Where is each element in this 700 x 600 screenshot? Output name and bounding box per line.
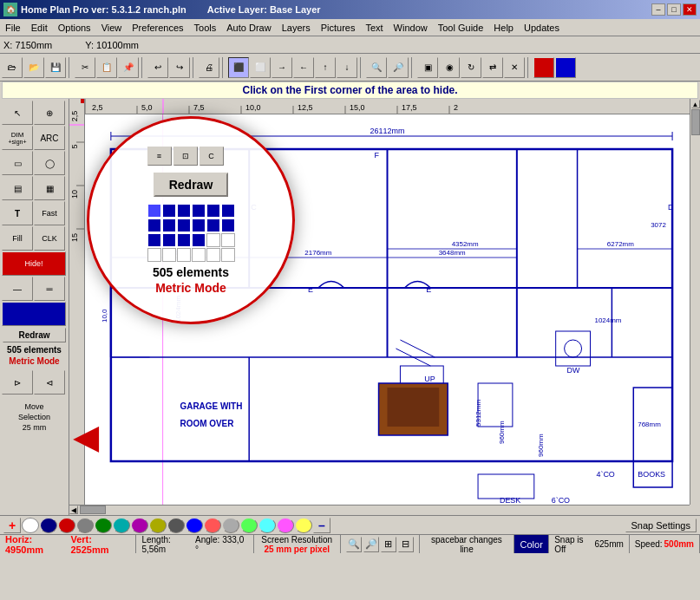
scroll-thumb-v[interactable] <box>691 109 700 135</box>
color-dot-white[interactable] <box>22 518 39 533</box>
lt-arc-tool[interactable]: ARC <box>34 126 65 150</box>
color-dot-3[interactable] <box>76 518 94 533</box>
scroll-left[interactable]: ◀ <box>69 505 78 514</box>
color-dot-15[interactable] <box>295 518 312 533</box>
popup-redraw-button[interactable]: Redraw <box>154 173 229 197</box>
tb-undo[interactable]: ↩ <box>147 57 168 78</box>
color-dot-1[interactable] <box>40 518 57 533</box>
tb-arrow-right[interactable]: → <box>271 57 292 78</box>
scrollbar-right[interactable]: ▲ <box>690 99 700 505</box>
color-cell-23[interactable] <box>206 248 220 262</box>
color-cell-13[interactable] <box>147 233 161 247</box>
lt-select-tool[interactable]: ↖ <box>2 101 33 125</box>
bt-remove[interactable]: – <box>313 518 330 533</box>
tb-snap1[interactable]: ▣ <box>417 57 438 78</box>
lt-fill-tool[interactable]: Fill <box>2 226 33 251</box>
scroll-thumb-h[interactable] <box>80 505 106 514</box>
color-cell-18[interactable] <box>221 233 235 247</box>
scroll-up[interactable]: ▲ <box>691 100 700 108</box>
lt-circle-tool[interactable]: ◯ <box>34 151 65 175</box>
color-cell-24[interactable] <box>221 248 235 262</box>
color-cell-10[interactable] <box>192 218 206 232</box>
tb-save[interactable]: 💾 <box>45 57 66 78</box>
color-cell-5[interactable] <box>206 204 220 218</box>
minimize-button[interactable]: – <box>651 3 665 16</box>
color-dot-8[interactable] <box>167 518 185 533</box>
tb-zoom-out[interactable]: 🔎 <box>388 57 409 78</box>
tb-rotate[interactable]: ↻ <box>461 57 481 78</box>
menu-updates[interactable]: Updates <box>519 21 565 35</box>
color-cell-4[interactable] <box>192 204 206 218</box>
color-cell-22[interactable] <box>192 248 206 262</box>
tb-arrow-left[interactable]: ← <box>293 57 314 78</box>
color-dot-13[interactable] <box>258 518 276 533</box>
lt-shape-tool[interactable]: CLK <box>34 226 65 251</box>
tb-zoom-in[interactable]: 🔍 <box>366 57 387 78</box>
tb-color2[interactable] <box>555 57 576 78</box>
color-dot-2[interactable] <box>58 518 75 533</box>
popup-btn2[interactable]: ⊡ <box>173 147 198 166</box>
color-dot-7[interactable] <box>149 518 167 533</box>
snap-settings-button[interactable]: Snap Settings <box>625 518 697 532</box>
popup-btn1[interactable]: ≡ <box>147 147 172 166</box>
lt-zoom-tool[interactable]: ⊕ <box>34 101 65 125</box>
color-cell-16[interactable] <box>192 233 206 247</box>
tb-arrow-down[interactable]: ↓ <box>337 57 357 78</box>
tb-color1[interactable] <box>533 57 554 78</box>
lt-rect-tool[interactable]: ▭ <box>2 151 33 175</box>
menu-file[interactable]: File <box>0 21 26 35</box>
lt-line-tool[interactable]: — <box>2 277 33 301</box>
color-dot-4[interactable] <box>95 518 112 533</box>
menu-window[interactable]: Window <box>389 21 433 35</box>
zoom-in-btn[interactable]: 🔍 <box>346 537 362 552</box>
zoom-out-btn[interactable]: 🔎 <box>363 537 379 552</box>
lt-dim-tool[interactable]: DIM+sign+ <box>2 126 33 150</box>
color-cell-11[interactable] <box>206 218 220 232</box>
color-cell-15[interactable] <box>177 233 191 247</box>
color-dot-9[interactable] <box>186 518 203 533</box>
menu-auto-draw[interactable]: Auto Draw <box>221 21 276 35</box>
zoom-prev-btn[interactable]: ⊟ <box>398 537 414 552</box>
tb-copy[interactable]: 📋 <box>96 57 117 78</box>
color-cell-9[interactable] <box>177 218 191 232</box>
canvas-area[interactable]: 2,5 5,0 7,5 10,0 12,5 15,0 17,5 2 <box>69 99 700 515</box>
tb-zoom2[interactable]: ⬜ <box>250 57 271 78</box>
color-cell-17[interactable] <box>206 233 220 247</box>
menu-text[interactable]: Text <box>360 21 388 35</box>
tb-zoom-select[interactable]: ⬛ <box>228 57 249 78</box>
color-dot-14[interactable] <box>277 518 294 533</box>
lt-wall-tool[interactable]: ▤ <box>2 176 33 200</box>
tb-arrow-up[interactable]: ↑ <box>315 57 336 78</box>
lt-text-tool[interactable]: T <box>2 201 33 225</box>
color-dot-11[interactable] <box>222 518 239 533</box>
menu-options[interactable]: Options <box>53 21 96 35</box>
tb-cut[interactable]: ✂ <box>75 57 95 78</box>
bt-add[interactable]: + <box>3 518 21 533</box>
tb-delete[interactable]: ✕ <box>504 57 525 78</box>
maximize-button[interactable]: □ <box>667 3 681 16</box>
menu-edit[interactable]: Edit <box>26 21 53 35</box>
menu-layers[interactable]: Layers <box>277 21 316 35</box>
color-cell-19[interactable] <box>147 248 161 262</box>
scrollbar-bottom[interactable]: ◀ <box>69 505 690 515</box>
color-cell-2[interactable] <box>162 204 176 218</box>
color-cell-3[interactable] <box>177 204 191 218</box>
color-cell-6[interactable] <box>221 204 235 218</box>
color-cell-12[interactable] <box>221 218 235 232</box>
tb-new[interactable]: 🗁 <box>2 57 23 78</box>
menu-pictures[interactable]: Pictures <box>316 21 361 35</box>
lt-hide-tool[interactable]: Hide! <box>2 251 66 276</box>
menu-tool-guide[interactable]: Tool Guide <box>433 21 489 35</box>
color-cell-20[interactable] <box>162 248 176 262</box>
lt-misc1[interactable]: ⊳ <box>2 370 33 395</box>
close-button[interactable]: ✕ <box>683 3 697 16</box>
lt-hatch-tool[interactable]: ▦ <box>34 176 65 200</box>
lt-fast-tool[interactable]: Fast <box>34 201 65 225</box>
zoom-fit-btn[interactable]: ⊞ <box>381 537 396 552</box>
tb-open[interactable]: 📂 <box>23 57 44 78</box>
lt-misc2[interactable]: ⊲ <box>34 370 65 395</box>
menu-help[interactable]: Help <box>488 21 519 35</box>
lt-line2-tool[interactable]: ═ <box>34 277 65 301</box>
tb-flip[interactable]: ⇄ <box>482 57 503 78</box>
color-cell-14[interactable] <box>162 233 176 247</box>
